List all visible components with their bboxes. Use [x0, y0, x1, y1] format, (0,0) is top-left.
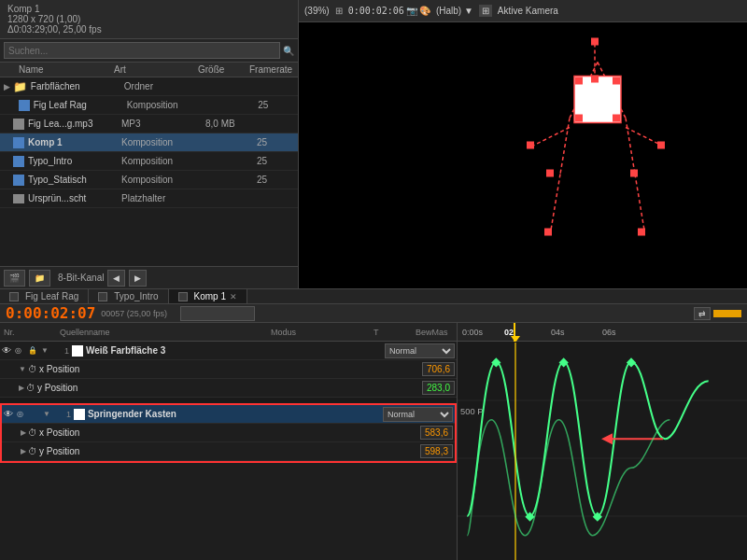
svg-rect-14 — [546, 170, 554, 177]
list-item[interactable]: ▶ 📁 Farbflächen Ordner — [0, 77, 298, 96]
solo-icon[interactable]: ◎ — [15, 346, 28, 355]
timecode: 0:00:02:07 — [6, 304, 95, 322]
file-name: Fig Lea...g.mp3 — [28, 119, 121, 129]
expand-arrow: ▶ — [4, 82, 13, 91]
svg-rect-12 — [613, 115, 620, 122]
solo-icon[interactable]: ◎ — [17, 410, 30, 418]
graph-canvas: 500 P — [458, 342, 747, 560]
layer-row-1[interactable]: 👁 ◎ 🔒 ▼ 1 Weiß Farbfläche 3 Normal — [0, 342, 457, 360]
stopwatch-icon[interactable]: ⏱ — [28, 364, 37, 374]
layer-mode-select-2[interactable]: Normal — [383, 407, 453, 422]
project-duration: Δ0:03:29;00, 25,00 fps — [7, 24, 290, 35]
svg-rect-17 — [638, 229, 645, 236]
tabs-bar: Fig Leaf Rag Typo_Intro Komp 1 ✕ — [0, 289, 747, 304]
expand-icon[interactable]: ▼ — [41, 346, 49, 355]
eye-icon[interactable]: 👁 — [4, 409, 17, 419]
comp-icon — [13, 156, 24, 167]
new-comp-button[interactable]: 🎬 — [4, 270, 25, 287]
svg-line-3 — [626, 119, 635, 175]
list-item[interactable]: Typo_Statisch Komposition 25 — [0, 171, 298, 189]
svg-line-4 — [551, 175, 560, 231]
project-name: Komp 1 — [7, 4, 290, 14]
graph-area: 0:00s 02 04s 06s 500 P — [458, 323, 747, 560]
y-position-value-2: 598,3 — [420, 444, 453, 458]
file-list: ▶ 📁 Farbflächen Ordner Fig Leaf Rag Komp… — [0, 77, 298, 266]
lock-icon[interactable]: 🔒 — [28, 346, 41, 355]
stopwatch-icon[interactable]: ⏱ — [28, 446, 37, 456]
layer-color-box — [74, 409, 85, 420]
ruler-mark-0: 0:00s — [462, 328, 483, 337]
layer-color-box — [72, 345, 83, 357]
tab-komp1[interactable]: Komp 1 ✕ — [169, 289, 247, 303]
layer-name: Weiß Farbfläche 3 — [86, 345, 385, 356]
timeline-header: 0:00:02:07 00057 (25,00 fps) ⇄ — [0, 304, 747, 323]
file-fps: 25 — [257, 137, 294, 147]
comp-icon — [19, 100, 30, 111]
layer-row-1-sub2: ▶ ⏱ y Position 283,0 — [0, 379, 457, 398]
expand-icon[interactable]: ▼ — [19, 365, 26, 373]
layer-number: 1 — [50, 346, 69, 356]
color-icon: 🎨 — [419, 6, 430, 16]
list-item[interactable]: Typo_Intro Komposition 25 — [0, 152, 298, 171]
file-type: Komposition — [121, 175, 205, 185]
expand-icon[interactable]: ▶ — [19, 384, 24, 392]
file-name: Komp 1 — [28, 137, 121, 147]
list-item[interactable]: Fig Lea...g.mp3 MP3 8,0 MB — [0, 115, 298, 133]
timecode-display: 0:00:02:06 — [348, 6, 404, 16]
tab-label: Fig Leaf Rag — [25, 291, 78, 301]
frame-search-input[interactable] — [180, 306, 255, 321]
timeline-area: Fig Leaf Rag Typo_Intro Komp 1 ✕ 0:00:02… — [0, 289, 747, 560]
list-item[interactable]: Ursprün...scht Platzhalter — [0, 189, 298, 208]
col-bewmas: BewMas — [416, 328, 453, 337]
file-size: 8,0 MB — [205, 119, 257, 129]
left-panel: Komp 1 1280 x 720 (1,00) Δ0:03:29;00, 25… — [0, 0, 299, 288]
placeholder-icon — [13, 194, 24, 203]
layer-controls-header: Nr. Quellenname Modus T BewMas — [0, 323, 457, 342]
layer-mode-select[interactable]: Normal — [385, 343, 455, 358]
x-position-value-2: 583,6 — [420, 426, 453, 440]
expand-icon[interactable]: ▶ — [21, 428, 26, 437]
layer-2-group: 👁 ◎ ▼ 1 Springender Kasten Normal ▶ ⏱ x … — [0, 403, 457, 463]
layer-number: 1 — [52, 410, 71, 419]
sub-layer-name: y Position — [37, 383, 422, 393]
next-button[interactable]: ▶ — [129, 270, 147, 287]
stopwatch-icon[interactable]: ⏱ — [28, 427, 37, 438]
stopwatch-icon[interactable]: ⏱ — [26, 383, 35, 393]
timeline-tool-btn[interactable]: ⇄ — [694, 307, 711, 320]
project-info: Komp 1 1280 x 720 (1,00) Δ0:03:29;00, 25… — [0, 0, 298, 39]
col-t: T — [374, 328, 388, 337]
fit-button[interactable]: ⊞ — [335, 6, 343, 16]
file-type: Komposition — [127, 100, 208, 110]
list-item[interactable]: Komp 1 Komposition 25 — [0, 133, 298, 152]
col-scroll — [283, 64, 298, 75]
col-nr: Nr. — [4, 328, 32, 337]
snapshot-icon[interactable]: 📷 — [406, 6, 417, 16]
preview-figure-svg — [299, 22, 747, 288]
expand-icon[interactable]: ▼ — [43, 410, 50, 418]
list-item[interactable]: Fig Leaf Rag Komposition 25 — [0, 96, 298, 115]
eye-icon[interactable]: 👁 — [2, 345, 15, 356]
svg-line-6 — [532, 128, 570, 147]
file-name: Typo_Intro — [28, 156, 121, 166]
search-bar: 🔍 — [0, 39, 298, 63]
svg-line-2 — [560, 119, 570, 175]
col-size: Größe — [194, 64, 246, 75]
prev-button[interactable]: ◀ — [107, 270, 125, 287]
fps-info: 00057 (25,00 fps) — [101, 309, 167, 318]
tab-fig-leaf-rag[interactable]: Fig Leaf Rag — [0, 289, 89, 303]
file-header: Name Art Größe Framerate — [0, 63, 298, 77]
timeline-ruler: 0:00s 02 04s 06s — [458, 323, 747, 342]
svg-rect-16 — [544, 229, 552, 236]
layer-row-2[interactable]: 👁 ◎ ▼ 1 Springender Kasten Normal — [2, 405, 455, 424]
layer-list: Nr. Quellenname Modus T BewMas 👁 ◎ 🔒 ▼ 1… — [0, 323, 458, 560]
expand-icon[interactable]: ▶ — [21, 447, 26, 455]
svg-rect-13 — [591, 76, 599, 83]
tab-close-icon[interactable]: ✕ — [230, 292, 237, 301]
svg-line-5 — [635, 175, 644, 231]
file-type: MP3 — [121, 119, 205, 129]
folder-button[interactable]: 📁 — [29, 270, 50, 287]
col-fps: Framerate — [246, 64, 283, 75]
tab-typo-intro[interactable]: Typo_Intro — [89, 289, 168, 303]
search-input[interactable] — [4, 42, 280, 59]
x-position-value: 706,6 — [422, 362, 455, 376]
